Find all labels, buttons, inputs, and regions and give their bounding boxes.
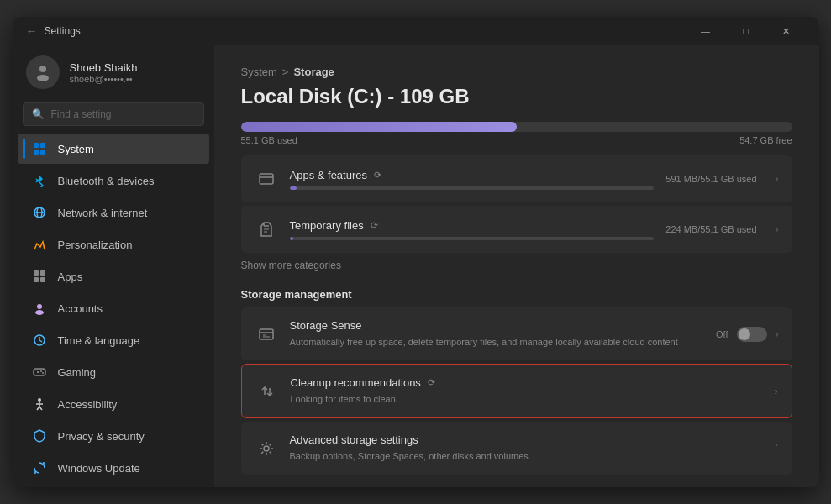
svg-rect-10: [40, 270, 45, 276]
svg-rect-3: [40, 143, 45, 148]
storage-sense-item[interactable]: Storage Sense Automatically free up spac…: [241, 307, 792, 360]
svg-rect-4: [34, 150, 39, 155]
sidebar: Shoeb Shaikh shoeb@••••••.•• 🔍: [13, 45, 214, 487]
minimize-button[interactable]: —: [686, 17, 725, 45]
storage-bar-labels: 55.1 GB used 54.7 GB free: [241, 135, 792, 145]
sidebar-item-system[interactable]: System: [18, 134, 209, 164]
accounts-icon: [31, 300, 48, 317]
cleanup-desc: Looking for items to clean: [291, 394, 396, 404]
show-more-button[interactable]: Show more categories: [241, 256, 792, 275]
svg-line-27: [39, 407, 42, 410]
storage-item-temp[interactable]: Temporary files ⟳ 224 MB/55.1 GB used ›: [241, 206, 792, 253]
breadcrumb: System > Storage: [241, 66, 792, 78]
apps-features-chevron: ›: [776, 173, 779, 185]
svg-point-1: [37, 75, 49, 81]
apps-features-name: Apps & features: [290, 169, 368, 181]
temp-files-icon: [255, 218, 278, 241]
temp-files-name: Temporary files: [290, 219, 364, 232]
apps-features-content: Apps & features ⟳: [290, 169, 655, 190]
accessibility-icon: [31, 396, 48, 412]
advanced-storage-content: Advanced storage settings Backup options…: [290, 433, 762, 463]
page-title: Local Disk (C:) - 109 GB: [241, 85, 792, 108]
advanced-storage-chevron: ˅: [774, 443, 779, 454]
time-icon: [31, 332, 48, 349]
sidebar-item-time[interactable]: Time & language: [18, 325, 209, 355]
sidebar-item-bluetooth[interactable]: Bluetooth & devices: [18, 165, 209, 196]
apps-icon: [31, 268, 48, 285]
svg-point-14: [35, 310, 44, 315]
sidebar-label-update: Windows Update: [58, 462, 140, 475]
sidebar-label-time: Time & language: [58, 334, 140, 347]
toggle-thumb: [739, 328, 750, 340]
sidebar-item-accounts[interactable]: Accounts: [18, 293, 209, 323]
search-box[interactable]: 🔍: [23, 102, 204, 126]
storage-free-label: 54.7 GB free: [739, 135, 792, 145]
storage-sense-chevron: ›: [776, 328, 779, 340]
svg-line-17: [39, 340, 42, 342]
management-section-title: Storage management: [241, 288, 792, 301]
sidebar-item-apps[interactable]: Apps: [18, 261, 209, 291]
sidebar-label-gaming: Gaming: [58, 366, 97, 379]
breadcrumb-current: Storage: [293, 66, 334, 78]
sidebar-item-gaming[interactable]: Gaming: [18, 357, 209, 387]
svg-rect-11: [34, 277, 39, 282]
apps-features-loading: ⟳: [374, 170, 381, 181]
cleanup-chevron: ›: [775, 386, 778, 397]
breadcrumb-separator: >: [282, 66, 289, 78]
apps-features-icon: [255, 167, 278, 191]
search-input[interactable]: [51, 108, 195, 120]
maximize-button[interactable]: □: [727, 17, 765, 45]
storage-bar-container: 55.1 GB used 54.7 GB free: [241, 122, 792, 145]
privacy-icon: [31, 428, 48, 444]
sidebar-label-privacy: Privacy & security: [58, 430, 145, 443]
storage-sense-name: Storage Sense: [290, 319, 362, 332]
breadcrumb-parent: System: [241, 66, 277, 78]
storage-sense-content: Storage Sense Automatically free up spac…: [290, 319, 705, 349]
apps-features-bar: [290, 186, 655, 190]
svg-point-13: [37, 304, 42, 309]
content-area: System > Storage Local Disk (C:) - 109 G…: [214, 45, 819, 487]
storage-sense-desc: Automatically free up space, delete temp…: [290, 337, 678, 347]
user-section: Shoeb Shaikh shoeb@••••••.••: [13, 45, 214, 102]
avatar: [26, 55, 60, 89]
svg-rect-18: [34, 369, 45, 375]
storage-sense-toggle[interactable]: [737, 327, 767, 342]
storage-used-label: 55.1 GB used: [241, 135, 297, 145]
sidebar-item-network[interactable]: Network & internet: [18, 197, 209, 228]
sidebar-label-system: System: [58, 143, 94, 155]
back-button[interactable]: ←: [26, 24, 38, 38]
sidebar-label-network: Network & internet: [58, 207, 148, 219]
cleanup-content: Cleanup recommendations ⟳ Looking for it…: [291, 376, 763, 406]
update-icon: [31, 459, 48, 476]
sidebar-item-privacy[interactable]: Privacy & security: [18, 421, 209, 451]
sidebar-item-accessibility[interactable]: Accessibility: [18, 389, 209, 419]
temp-files-bar-fill: [290, 237, 293, 240]
user-email: shoeb@••••••.••: [70, 74, 138, 84]
settings-window: ← Settings — □ ✕ Shoeb Shaikh shoeb: [13, 17, 819, 487]
sidebar-item-personalization[interactable]: Personalization: [18, 229, 209, 260]
apps-features-bar-fill: [290, 186, 297, 190]
titlebar: ← Settings — □ ✕: [13, 17, 819, 45]
svg-rect-9: [34, 270, 39, 276]
svg-point-0: [39, 66, 46, 72]
svg-point-21: [40, 370, 42, 372]
storage-sense-icon: [255, 323, 278, 346]
svg-rect-5: [40, 150, 45, 155]
sidebar-label-accounts: Accounts: [58, 302, 103, 315]
svg-point-23: [38, 398, 41, 402]
cleanup-recommendations-item[interactable]: Cleanup recommendations ⟳ Looking for it…: [241, 364, 792, 418]
cleanup-name: Cleanup recommendations: [291, 376, 421, 389]
storage-bar-track: [241, 122, 792, 132]
advanced-storage-item[interactable]: Advanced storage settings Backup options…: [241, 422, 792, 475]
storage-item-apps[interactable]: Apps & features ⟳ 591 MB/55.1 GB used ›: [241, 155, 792, 202]
temp-files-content: Temporary files ⟳: [290, 219, 655, 240]
storage-sense-toggle-label: Off: [716, 329, 728, 339]
sidebar-item-update[interactable]: Windows Update: [18, 453, 209, 483]
cleanup-icon: [255, 380, 279, 403]
close-button[interactable]: ✕: [767, 17, 806, 45]
svg-rect-2: [34, 143, 39, 148]
advanced-storage-name: Advanced storage settings: [290, 433, 418, 446]
user-name: Shoeb Shaikh: [70, 61, 138, 74]
system-icon: [31, 140, 48, 157]
svg-rect-34: [260, 329, 273, 339]
